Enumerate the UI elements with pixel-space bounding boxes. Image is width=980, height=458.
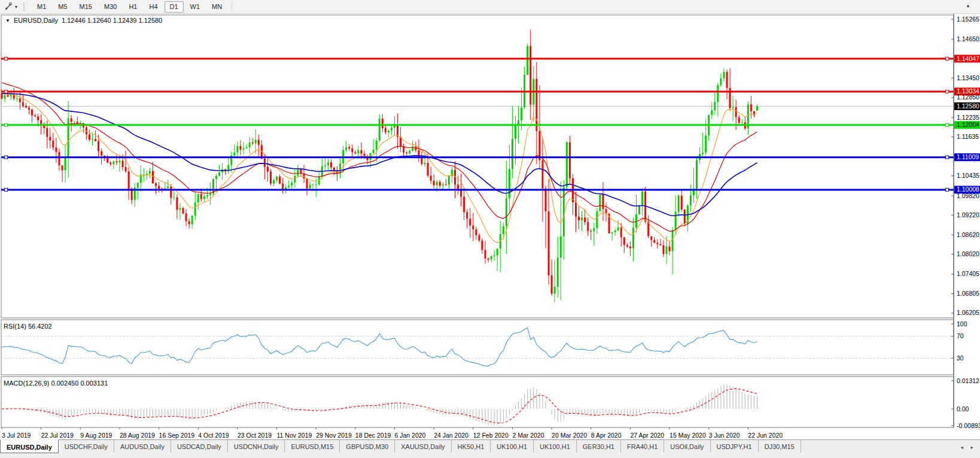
price-tick-label: 1.08620 <box>957 231 979 238</box>
hline-price-badge-text: 1.11009 <box>957 153 979 160</box>
price-tick-label: 1.15265 <box>957 16 979 23</box>
date-tick-label: 6 Jan 2020 <box>395 432 426 439</box>
hline-price-badge-text: 1.12004 <box>957 121 979 128</box>
timeframe-button-mn[interactable]: MN <box>206 1 227 13</box>
chart-tab-usdjpy-h1[interactable]: USDJPY,H1 <box>711 440 759 453</box>
chart-window[interactable]: 1.152651.146501.134501.128501.122351.116… <box>0 14 980 439</box>
price-tick-label: 1.06805 <box>957 290 979 297</box>
toolbar-separator <box>232 2 232 11</box>
price-chart-canvas[interactable]: 1.152651.146501.134501.128501.122351.116… <box>0 14 980 439</box>
timeframe-button-m5[interactable]: M5 <box>53 1 72 13</box>
chart-tab-usdcad-daily[interactable]: USDCAD,Daily <box>171 440 228 453</box>
macd-tick-label: 0.013121 <box>957 377 980 384</box>
hline-handle <box>5 123 8 126</box>
date-tick-label: 12 Feb 2020 <box>473 432 509 439</box>
date-tick-label: 18 Dec 2019 <box>355 432 391 439</box>
timeframe-button-d1[interactable]: D1 <box>165 1 184 13</box>
chart-tab-hk50-h1[interactable]: HK50,H1 <box>452 440 491 453</box>
date-tick-label: 3 Jun 2020 <box>709 432 740 439</box>
timeframe-button-m1[interactable]: M1 <box>32 1 51 13</box>
timeframe-button-m30[interactable]: M30 <box>99 1 122 13</box>
chart-tab-ger30-h1[interactable]: GER30,H1 <box>577 440 621 453</box>
chart-tab-usdchf-daily[interactable]: USDCHF,Daily <box>59 440 114 453</box>
chart-tab-dj30-m15[interactable]: DJ30,M15 <box>759 440 801 453</box>
timeframe-button-h4[interactable]: H4 <box>144 1 163 13</box>
timeframe-button-w1[interactable]: W1 <box>185 1 206 13</box>
chart-tab-eurusd-m15[interactable]: EURUSD,M15 <box>285 440 340 453</box>
rsi-panel-border <box>1 320 954 375</box>
macd-tick-label: 0.00 <box>957 405 969 412</box>
date-tick-label: 11 Nov 2019 <box>277 432 312 439</box>
price-tick-label: 1.09220 <box>957 211 979 219</box>
chart-tab-usoil-daily[interactable]: USOil,Daily <box>664 440 710 453</box>
chart-tab-xauusd-daily[interactable]: XAUUSD,Daily <box>395 440 451 453</box>
timeframe-button-h1[interactable]: H1 <box>123 1 142 13</box>
hline-handle <box>5 57 8 60</box>
hline-handle <box>946 90 949 93</box>
date-tick-label: 2 Mar 2020 <box>512 432 544 439</box>
date-tick-label: 8 Apr 2020 <box>591 432 622 439</box>
chart-tab-gbpusd-m30[interactable]: GBPUSD,M30 <box>340 440 395 453</box>
hline-handle <box>5 156 8 159</box>
price-tick-label: 1.11635 <box>957 133 979 140</box>
hline-handle <box>5 188 8 191</box>
price-tick-label: 1.08020 <box>957 250 979 257</box>
date-tick-label: 16 Sep 2019 <box>159 432 195 439</box>
chart-tab-eurusd-daily[interactable]: EURUSD,Daily <box>0 439 59 453</box>
date-tick-label: 20 Mar 2020 <box>552 432 587 439</box>
current-price-badge-text: 1.12580 <box>957 102 979 110</box>
hline-handle <box>946 57 949 60</box>
date-tick-label: 22 Jun 2020 <box>748 432 783 439</box>
hline-handle <box>946 123 949 126</box>
date-tick-label: 29 Nov 2019 <box>316 432 352 439</box>
rsi-tick-label: 100 <box>957 320 967 327</box>
hline-price-badge-text: 1.13034 <box>957 87 979 95</box>
macd-panel-border <box>1 377 954 427</box>
date-tick-label: 15 May 2020 <box>669 432 706 439</box>
chart-tab-usdcnh-daily[interactable]: USDCNH,Daily <box>228 440 285 453</box>
toolbar-grip[interactable] <box>23 2 27 11</box>
rsi-tick-label: 70 <box>957 332 964 339</box>
chart-tab-audusd-daily[interactable]: AUDUSD,Daily <box>114 440 171 453</box>
date-tick-label: 22 Jul 2019 <box>41 432 74 439</box>
price-tick-label: 1.07405 <box>957 270 979 277</box>
rsi-tick-label: 30 <box>957 354 964 362</box>
toolbar-overflow-arrow-icon[interactable]: ▲ <box>966 3 970 8</box>
hline-price-badge-text: 1.14047 <box>957 55 979 62</box>
chart-tab-uk100-h1[interactable]: UK100,H1 <box>491 440 534 453</box>
main-panel-border <box>1 15 954 318</box>
date-tick-label: 24 Jan 2020 <box>434 432 468 439</box>
price-axis[interactable] <box>951 19 980 313</box>
price-tick-label: 1.12235 <box>957 114 979 121</box>
price-tick-label: 1.10435 <box>957 172 979 179</box>
date-tick-label: 3 Jul 2019 <box>2 432 31 439</box>
date-tick-label: 28 Aug 2019 <box>120 432 155 439</box>
timeframe-toolbar: ▾ M1M5M15M30H1H4D1W1MN ▲ <box>0 0 980 14</box>
price-tick-label: 1.14650 <box>957 35 979 43</box>
hline-handle <box>946 156 949 159</box>
hline-handle <box>5 90 8 93</box>
date-tick-label: 27 Apr 2020 <box>630 432 664 439</box>
tab-scroll-arrows[interactable]: ◂ ▸ <box>960 444 976 450</box>
timeframe-button-m15[interactable]: M15 <box>74 1 98 13</box>
timeframe-buttons: M1M5M15M30H1H4D1W1MN <box>31 1 228 13</box>
chart-tab-fra40-h1[interactable]: FRA40,H1 <box>621 440 664 453</box>
date-tick-label: 23 Oct 2019 <box>238 432 272 439</box>
hline-handle <box>946 188 949 191</box>
macd-tick-label: -0.008933 <box>957 422 980 429</box>
price-tick-label: 1.06205 <box>957 309 979 316</box>
date-tick-label: 4 Oct 2019 <box>198 432 229 439</box>
date-tick-label: 9 Aug 2019 <box>80 432 112 439</box>
price-tick-label: 1.13450 <box>957 74 979 81</box>
cursor-tool-button[interactable]: ▾ <box>0 1 20 13</box>
cursor-tool-icon <box>4 2 13 11</box>
hline-price-badge-text: 1.10008 <box>957 186 979 193</box>
cursor-tool-caret-icon: ▾ <box>15 4 17 10</box>
chart-tabs-bar: EURUSD,DailyUSDCHF,DailyAUDUSD,DailyUSDC… <box>0 439 980 458</box>
chart-tab-uk100-h1[interactable]: UK100,H1 <box>534 440 577 453</box>
